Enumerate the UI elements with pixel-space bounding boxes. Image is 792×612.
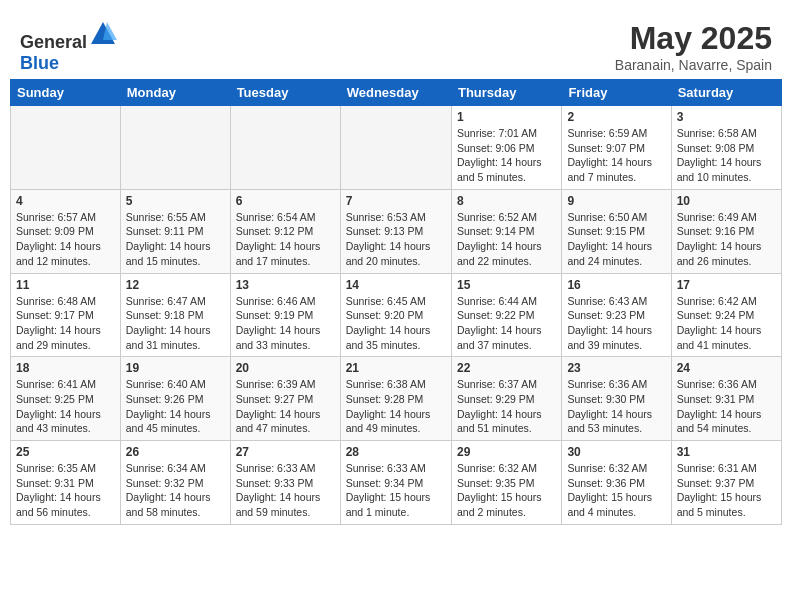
day-cell: 3Sunrise: 6:58 AM Sunset: 9:08 PM Daylig… [671, 106, 781, 190]
day-number: 25 [16, 445, 115, 459]
day-info: Sunrise: 6:32 AM Sunset: 9:35 PM Dayligh… [457, 461, 556, 520]
day-info: Sunrise: 6:42 AM Sunset: 9:24 PM Dayligh… [677, 294, 776, 353]
day-cell: 23Sunrise: 6:36 AM Sunset: 9:30 PM Dayli… [562, 357, 671, 441]
day-info: Sunrise: 6:59 AM Sunset: 9:07 PM Dayligh… [567, 126, 665, 185]
day-cell: 15Sunrise: 6:44 AM Sunset: 9:22 PM Dayli… [451, 273, 561, 357]
day-number: 19 [126, 361, 225, 375]
day-cell: 24Sunrise: 6:36 AM Sunset: 9:31 PM Dayli… [671, 357, 781, 441]
day-cell: 20Sunrise: 6:39 AM Sunset: 9:27 PM Dayli… [230, 357, 340, 441]
day-cell: 29Sunrise: 6:32 AM Sunset: 9:35 PM Dayli… [451, 441, 561, 525]
day-info: Sunrise: 6:35 AM Sunset: 9:31 PM Dayligh… [16, 461, 115, 520]
day-cell: 14Sunrise: 6:45 AM Sunset: 9:20 PM Dayli… [340, 273, 451, 357]
day-cell: 11Sunrise: 6:48 AM Sunset: 9:17 PM Dayli… [11, 273, 121, 357]
page-header: General Blue May 2025 Baranain, Navarre,… [10, 10, 782, 79]
day-cell: 6Sunrise: 6:54 AM Sunset: 9:12 PM Daylig… [230, 189, 340, 273]
day-number: 6 [236, 194, 335, 208]
logo-blue: Blue [20, 53, 59, 73]
day-number: 9 [567, 194, 665, 208]
day-number: 12 [126, 278, 225, 292]
day-cell [120, 106, 230, 190]
day-cell: 17Sunrise: 6:42 AM Sunset: 9:24 PM Dayli… [671, 273, 781, 357]
weekday-header-friday: Friday [562, 80, 671, 106]
day-info: Sunrise: 6:47 AM Sunset: 9:18 PM Dayligh… [126, 294, 225, 353]
location-title: Baranain, Navarre, Spain [615, 57, 772, 73]
day-info: Sunrise: 6:44 AM Sunset: 9:22 PM Dayligh… [457, 294, 556, 353]
day-info: Sunrise: 6:50 AM Sunset: 9:15 PM Dayligh… [567, 210, 665, 269]
weekday-header-monday: Monday [120, 80, 230, 106]
day-cell: 12Sunrise: 6:47 AM Sunset: 9:18 PM Dayli… [120, 273, 230, 357]
weekday-header-tuesday: Tuesday [230, 80, 340, 106]
day-number: 14 [346, 278, 446, 292]
day-info: Sunrise: 6:45 AM Sunset: 9:20 PM Dayligh… [346, 294, 446, 353]
day-info: Sunrise: 6:41 AM Sunset: 9:25 PM Dayligh… [16, 377, 115, 436]
day-number: 13 [236, 278, 335, 292]
day-cell [340, 106, 451, 190]
day-number: 17 [677, 278, 776, 292]
week-row-1: 1Sunrise: 7:01 AM Sunset: 9:06 PM Daylig… [11, 106, 782, 190]
weekday-header-sunday: Sunday [11, 80, 121, 106]
day-info: Sunrise: 6:52 AM Sunset: 9:14 PM Dayligh… [457, 210, 556, 269]
day-cell: 13Sunrise: 6:46 AM Sunset: 9:19 PM Dayli… [230, 273, 340, 357]
day-number: 5 [126, 194, 225, 208]
day-cell: 1Sunrise: 7:01 AM Sunset: 9:06 PM Daylig… [451, 106, 561, 190]
day-cell: 9Sunrise: 6:50 AM Sunset: 9:15 PM Daylig… [562, 189, 671, 273]
day-cell: 19Sunrise: 6:40 AM Sunset: 9:26 PM Dayli… [120, 357, 230, 441]
weekday-header-saturday: Saturday [671, 80, 781, 106]
weekday-header-wednesday: Wednesday [340, 80, 451, 106]
day-cell: 2Sunrise: 6:59 AM Sunset: 9:07 PM Daylig… [562, 106, 671, 190]
day-cell: 4Sunrise: 6:57 AM Sunset: 9:09 PM Daylig… [11, 189, 121, 273]
weekday-header-thursday: Thursday [451, 80, 561, 106]
day-info: Sunrise: 6:31 AM Sunset: 9:37 PM Dayligh… [677, 461, 776, 520]
day-info: Sunrise: 6:36 AM Sunset: 9:30 PM Dayligh… [567, 377, 665, 436]
day-info: Sunrise: 6:33 AM Sunset: 9:34 PM Dayligh… [346, 461, 446, 520]
day-cell: 8Sunrise: 6:52 AM Sunset: 9:14 PM Daylig… [451, 189, 561, 273]
day-info: Sunrise: 6:53 AM Sunset: 9:13 PM Dayligh… [346, 210, 446, 269]
day-info: Sunrise: 6:37 AM Sunset: 9:29 PM Dayligh… [457, 377, 556, 436]
day-cell: 7Sunrise: 6:53 AM Sunset: 9:13 PM Daylig… [340, 189, 451, 273]
day-cell: 21Sunrise: 6:38 AM Sunset: 9:28 PM Dayli… [340, 357, 451, 441]
logo-icon [89, 20, 117, 48]
logo: General Blue [20, 20, 117, 74]
day-number: 23 [567, 361, 665, 375]
day-cell: 18Sunrise: 6:41 AM Sunset: 9:25 PM Dayli… [11, 357, 121, 441]
day-cell [230, 106, 340, 190]
day-cell: 10Sunrise: 6:49 AM Sunset: 9:16 PM Dayli… [671, 189, 781, 273]
day-number: 2 [567, 110, 665, 124]
weekday-header-row: SundayMondayTuesdayWednesdayThursdayFrid… [11, 80, 782, 106]
day-number: 18 [16, 361, 115, 375]
day-info: Sunrise: 6:55 AM Sunset: 9:11 PM Dayligh… [126, 210, 225, 269]
day-info: Sunrise: 6:54 AM Sunset: 9:12 PM Dayligh… [236, 210, 335, 269]
day-cell: 31Sunrise: 6:31 AM Sunset: 9:37 PM Dayli… [671, 441, 781, 525]
day-number: 28 [346, 445, 446, 459]
day-cell: 22Sunrise: 6:37 AM Sunset: 9:29 PM Dayli… [451, 357, 561, 441]
title-block: May 2025 Baranain, Navarre, Spain [615, 20, 772, 73]
day-info: Sunrise: 6:38 AM Sunset: 9:28 PM Dayligh… [346, 377, 446, 436]
day-number: 7 [346, 194, 446, 208]
day-info: Sunrise: 7:01 AM Sunset: 9:06 PM Dayligh… [457, 126, 556, 185]
day-info: Sunrise: 6:40 AM Sunset: 9:26 PM Dayligh… [126, 377, 225, 436]
day-cell: 30Sunrise: 6:32 AM Sunset: 9:36 PM Dayli… [562, 441, 671, 525]
day-number: 30 [567, 445, 665, 459]
day-number: 1 [457, 110, 556, 124]
day-info: Sunrise: 6:36 AM Sunset: 9:31 PM Dayligh… [677, 377, 776, 436]
calendar-table: SundayMondayTuesdayWednesdayThursdayFrid… [10, 79, 782, 525]
day-number: 4 [16, 194, 115, 208]
day-info: Sunrise: 6:33 AM Sunset: 9:33 PM Dayligh… [236, 461, 335, 520]
day-number: 11 [16, 278, 115, 292]
week-row-5: 25Sunrise: 6:35 AM Sunset: 9:31 PM Dayli… [11, 441, 782, 525]
day-cell: 26Sunrise: 6:34 AM Sunset: 9:32 PM Dayli… [120, 441, 230, 525]
day-info: Sunrise: 6:43 AM Sunset: 9:23 PM Dayligh… [567, 294, 665, 353]
day-info: Sunrise: 6:58 AM Sunset: 9:08 PM Dayligh… [677, 126, 776, 185]
day-info: Sunrise: 6:32 AM Sunset: 9:36 PM Dayligh… [567, 461, 665, 520]
day-number: 16 [567, 278, 665, 292]
day-info: Sunrise: 6:48 AM Sunset: 9:17 PM Dayligh… [16, 294, 115, 353]
day-number: 10 [677, 194, 776, 208]
day-number: 26 [126, 445, 225, 459]
day-info: Sunrise: 6:46 AM Sunset: 9:19 PM Dayligh… [236, 294, 335, 353]
day-cell: 5Sunrise: 6:55 AM Sunset: 9:11 PM Daylig… [120, 189, 230, 273]
day-number: 29 [457, 445, 556, 459]
day-number: 31 [677, 445, 776, 459]
day-cell: 25Sunrise: 6:35 AM Sunset: 9:31 PM Dayli… [11, 441, 121, 525]
week-row-4: 18Sunrise: 6:41 AM Sunset: 9:25 PM Dayli… [11, 357, 782, 441]
day-info: Sunrise: 6:39 AM Sunset: 9:27 PM Dayligh… [236, 377, 335, 436]
